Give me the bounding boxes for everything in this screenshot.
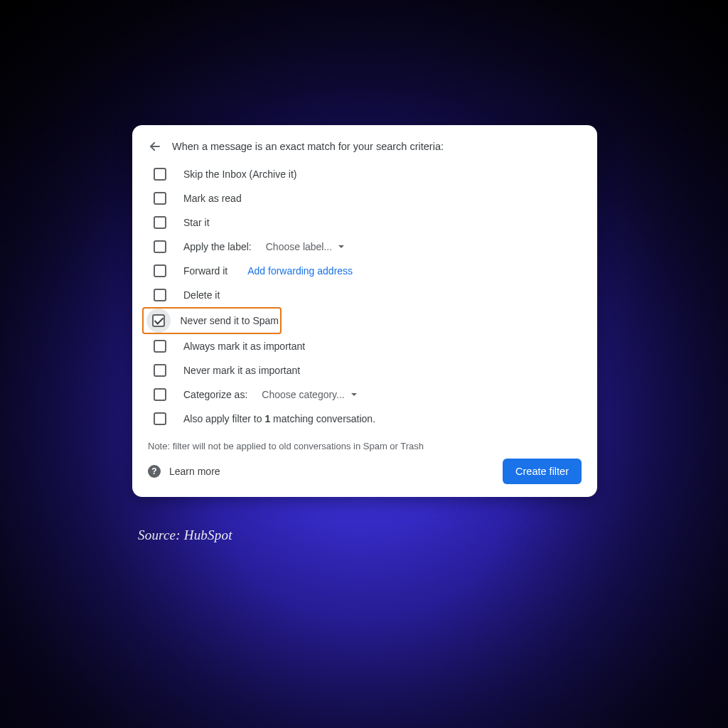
checkbox-forward[interactable] — [154, 264, 166, 277]
option-also-apply: Also apply filter to 1 matching conversa… — [146, 407, 583, 431]
filter-options-list: Skip the Inbox (Archive it) Mark as read… — [146, 162, 583, 431]
option-always-important: Always mark it as important — [146, 334, 583, 358]
checkbox-apply-label[interactable] — [154, 240, 166, 253]
option-mark-read: Mark as read — [146, 186, 583, 210]
option-never-spam: Never send it to Spam — [142, 307, 282, 334]
checkbox-also-apply[interactable] — [154, 412, 166, 425]
dropdown-value: Choose label... — [266, 241, 332, 252]
checkbox-never-spam[interactable] — [152, 314, 165, 327]
option-label: Never send it to Spam — [180, 315, 279, 326]
checkbox-skip-inbox[interactable] — [154, 168, 166, 181]
create-filter-button[interactable]: Create filter — [503, 459, 582, 484]
source-caption: Source: HubSpot — [138, 528, 232, 543]
filter-actions-panel: When a message is an exact match for you… — [132, 125, 597, 497]
category-dropdown[interactable]: Choose category... — [262, 389, 357, 400]
option-skip-inbox: Skip the Inbox (Archive it) — [146, 162, 583, 186]
learn-more-link[interactable]: Learn more — [169, 466, 220, 477]
label-dropdown[interactable]: Choose label... — [266, 241, 345, 252]
dropdown-value: Choose category... — [262, 389, 344, 400]
option-label: Also apply filter to 1 matching conversa… — [183, 413, 375, 424]
checkbox-mark-read[interactable] — [154, 192, 166, 205]
option-categorize: Categorize as: Choose category... — [146, 382, 583, 407]
option-label: Star it — [183, 217, 210, 228]
learn-more-row: ? Learn more — [148, 465, 220, 478]
option-forward: Forward it Add forwarding address — [146, 259, 583, 283]
option-never-important: Never mark it as important — [146, 358, 583, 382]
option-label: Forward it — [183, 265, 228, 277]
option-label: Never mark it as important — [183, 365, 300, 376]
option-label: Delete it — [183, 289, 220, 301]
help-icon[interactable]: ? — [148, 465, 161, 478]
checkbox-categorize[interactable] — [154, 388, 166, 401]
option-apply-label: Apply the label: Choose label... — [146, 235, 583, 259]
checkbox-delete[interactable] — [154, 289, 166, 301]
add-forwarding-link[interactable]: Add forwarding address — [247, 265, 353, 277]
panel-title: When a message is an exact match for you… — [172, 141, 444, 152]
back-arrow-icon[interactable] — [148, 139, 162, 154]
option-label: Always mark it as important — [183, 341, 305, 352]
option-star: Star it — [146, 210, 583, 235]
panel-header: When a message is an exact match for you… — [146, 136, 583, 162]
also-apply-prefix: Also apply filter to — [183, 413, 264, 424]
option-delete: Delete it — [146, 283, 583, 307]
checkbox-always-important[interactable] — [154, 340, 166, 353]
chevron-down-icon — [350, 391, 358, 398]
option-label: Categorize as: — [183, 389, 247, 400]
option-label: Apply the label: — [183, 241, 252, 252]
checkbox-star[interactable] — [154, 216, 166, 229]
option-label: Mark as read — [183, 193, 242, 204]
checkbox-never-important[interactable] — [154, 364, 166, 377]
option-label: Skip the Inbox (Archive it) — [183, 168, 297, 180]
filter-note: Note: filter will not be applied to old … — [146, 431, 583, 453]
panel-footer: ? Learn more Create filter — [146, 453, 583, 486]
also-apply-suffix: matching conversation. — [270, 413, 375, 424]
chevron-down-icon — [338, 243, 345, 250]
